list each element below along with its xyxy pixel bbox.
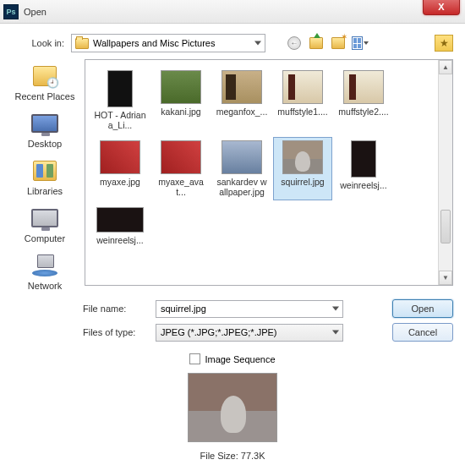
close-button[interactable]: X (423, 0, 460, 15)
file-item-selected[interactable]: squirrel.jpg (273, 137, 332, 200)
recent-icon (33, 66, 57, 86)
computer-icon (31, 209, 58, 227)
scrollbar[interactable]: ▲ ▼ (438, 60, 452, 285)
thumbnail (282, 70, 323, 104)
file-item[interactable]: weinreelsj... (90, 204, 150, 249)
lookin-combo[interactable]: Wallpapers and Misc Pictures (71, 34, 265, 52)
image-sequence-label: Image Sequence (205, 354, 275, 364)
thumbnail (282, 140, 323, 174)
file-item[interactable]: meganfox_... (212, 67, 271, 134)
filename-label: File name: (83, 304, 147, 314)
file-size-label: File Size: 77.3K (200, 451, 265, 461)
image-sequence-row: Image Sequence (12, 353, 453, 364)
place-desktop[interactable]: Desktop (28, 110, 62, 149)
cancel-button[interactable]: Cancel (392, 323, 453, 342)
place-recent[interactable]: Recent Places (15, 63, 75, 101)
filetype-label: Files of type: (83, 327, 147, 337)
scroll-down-button[interactable]: ▼ (439, 271, 452, 285)
file-item[interactable]: muffstyle2.... (334, 67, 393, 134)
thumbnail (343, 70, 384, 104)
thumbnail (96, 207, 144, 233)
filename-input[interactable]: squirrel.jpg (156, 300, 343, 318)
lookin-label: Look in: (12, 38, 71, 48)
main-row: Recent Places Desktop Libraries Computer… (12, 59, 453, 291)
back-button[interactable]: ← (286, 35, 303, 52)
thumbnail (100, 140, 140, 174)
network-icon (32, 254, 57, 276)
chevron-down-icon (254, 41, 261, 46)
thumbnail (222, 140, 262, 174)
thumbnail (161, 70, 201, 104)
file-item[interactable]: myaxe.jpg (90, 137, 150, 200)
file-item[interactable]: weinreelsj... (334, 137, 393, 200)
open-button[interactable]: Open (392, 299, 453, 318)
file-list-pane: HOT - Adriana_Li... kakani.jpg meganfox_… (85, 59, 453, 286)
thumbnail (351, 140, 376, 178)
chevron-down-icon (332, 331, 339, 335)
file-item[interactable]: myaxe_avat... (151, 137, 211, 200)
scroll-thumb[interactable] (440, 210, 451, 243)
app-icon: Ps (3, 4, 19, 19)
bottom-form: File name: squirrel.jpg Open Files of ty… (83, 299, 453, 342)
file-item[interactable]: HOT - Adriana_Li... (90, 67, 150, 134)
filetype-combo[interactable]: JPEG (*.JPG;*.JPEG;*.JPE) (156, 324, 343, 342)
folder-icon (75, 38, 89, 49)
place-network[interactable]: Network (28, 252, 62, 291)
file-item[interactable]: muffstyle1.... (273, 67, 332, 134)
nav-icons: ← (286, 35, 369, 52)
dialog-body: Look in: Wallpapers and Misc Pictures ← … (0, 24, 465, 469)
titlebar: Ps Open X (0, 0, 465, 24)
file-item[interactable]: kakani.jpg (151, 67, 211, 134)
image-sequence-checkbox[interactable] (189, 353, 200, 364)
chevron-down-icon (364, 41, 369, 45)
thumbnail (222, 70, 262, 104)
libraries-icon (33, 161, 57, 181)
places-bar: Recent Places Desktop Libraries Computer… (12, 59, 78, 291)
lookin-row: Look in: Wallpapers and Misc Pictures ← … (12, 34, 453, 52)
chevron-down-icon (332, 307, 339, 311)
place-libraries[interactable]: Libraries (27, 157, 63, 196)
up-one-level-button[interactable] (308, 35, 325, 52)
thumbnail (107, 70, 133, 107)
favorites-button[interactable]: ★ (435, 35, 453, 52)
scroll-up-button[interactable]: ▲ (439, 60, 452, 74)
thumbnail (161, 140, 201, 174)
place-computer[interactable]: Computer (25, 205, 65, 243)
view-menu-button[interactable] (352, 35, 369, 52)
preview-image (188, 373, 277, 442)
file-item[interactable]: sankardev wallpaper.jpg (212, 137, 271, 200)
lookin-value: Wallpapers and Misc Pictures (93, 38, 215, 48)
new-folder-button[interactable] (330, 35, 347, 52)
preview-area: File Size: 77.3K (12, 373, 453, 461)
window-title: Open (24, 7, 46, 17)
scroll-track[interactable] (439, 74, 452, 271)
desktop-icon (31, 114, 58, 133)
